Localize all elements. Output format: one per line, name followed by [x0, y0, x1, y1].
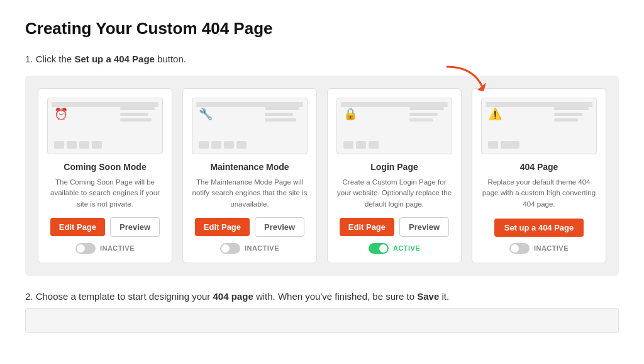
cards-panel: ⏰ Coming Soon Mode The Coming Soon Page … — [25, 76, 619, 276]
preview-blocks-4 — [488, 141, 519, 149]
preview-blocks-2 — [199, 141, 247, 149]
404-title: 404 Page — [520, 162, 558, 172]
login-status: ACTIVE — [393, 244, 420, 252]
coming-soon-card: ⏰ Coming Soon Mode The Coming Soon Page … — [38, 88, 172, 263]
404-card: ⚠️ 404 Page Replace your default theme 4… — [472, 88, 606, 263]
login-edit-button[interactable]: Edit Page — [340, 218, 394, 236]
maintenance-card: 🔧 Maintenance Mode The Maintenance Mode … — [182, 88, 317, 263]
coming-soon-actions: Edit Page Preview — [50, 217, 160, 237]
lock-icon: 🔒 — [343, 107, 357, 121]
login-toggle[interactable] — [369, 243, 389, 254]
login-card: 🔒 Login Page Create a Custom Login Page … — [327, 88, 462, 263]
maintenance-title: Maintenance Mode — [210, 162, 289, 172]
maintenance-edit-button[interactable]: Edit Page — [195, 218, 250, 236]
coming-soon-desc: The Coming Soon Page will be available t… — [47, 177, 163, 210]
coming-soon-preview: ⏰ — [47, 98, 163, 154]
login-preview-button[interactable]: Preview — [399, 217, 449, 237]
404-preview: ⚠️ — [481, 98, 597, 154]
maintenance-preview-button[interactable]: Preview — [255, 217, 304, 237]
page-title: Creating Your Custom 404 Page — [25, 19, 619, 38]
preview-lines-3 — [409, 107, 444, 122]
maintenance-status-row: INACTIVE — [220, 243, 279, 254]
coming-soon-edit-button[interactable]: Edit Page — [50, 218, 105, 236]
login-preview: 🔒 — [336, 98, 452, 154]
404-status-row: INACTIVE — [509, 243, 569, 254]
preview-blocks-3 — [343, 141, 379, 149]
step-1: 1. Click the Set up a 404 Page button. — [25, 54, 619, 64]
coming-soon-preview-button[interactable]: Preview — [110, 217, 160, 237]
coming-soon-toggle[interactable] — [75, 243, 96, 254]
login-actions: Edit Page Preview — [340, 217, 449, 237]
wrench-icon: 🔧 — [199, 107, 213, 121]
clock-icon: ⏰ — [54, 107, 68, 121]
maintenance-preview: 🔧 — [192, 98, 308, 154]
404-desc: Replace your default theme 404 page with… — [481, 177, 597, 211]
404-status: INACTIVE — [534, 244, 569, 252]
bottom-strip — [25, 308, 619, 333]
preview-lines — [120, 107, 155, 122]
maintenance-desc: The Maintenance Mode Page will notify se… — [192, 177, 308, 210]
maintenance-actions: Edit Page Preview — [195, 217, 304, 237]
404-toggle[interactable] — [509, 243, 530, 254]
maintenance-status: INACTIVE — [245, 244, 279, 252]
svg-marker-0 — [477, 82, 486, 91]
404-actions: Set up a 404 Page — [494, 219, 584, 237]
setup-404-button[interactable]: Set up a 404 Page — [494, 219, 584, 237]
preview-blocks — [54, 141, 102, 149]
preview-lines-2 — [265, 107, 299, 122]
preview-lines-4 — [554, 107, 589, 122]
login-status-row: ACTIVE — [369, 243, 420, 254]
coming-soon-title: Coming Soon Mode — [64, 162, 146, 172]
warning-icon: ⚠️ — [488, 107, 502, 121]
step-2: 2. Choose a template to start designing … — [25, 291, 619, 302]
login-desc: Create a Custom Login Page for your webs… — [336, 177, 452, 210]
coming-soon-status: INACTIVE — [100, 244, 135, 252]
coming-soon-status-row: INACTIVE — [75, 243, 135, 254]
maintenance-toggle[interactable] — [220, 243, 240, 254]
login-title: Login Page — [370, 162, 418, 172]
